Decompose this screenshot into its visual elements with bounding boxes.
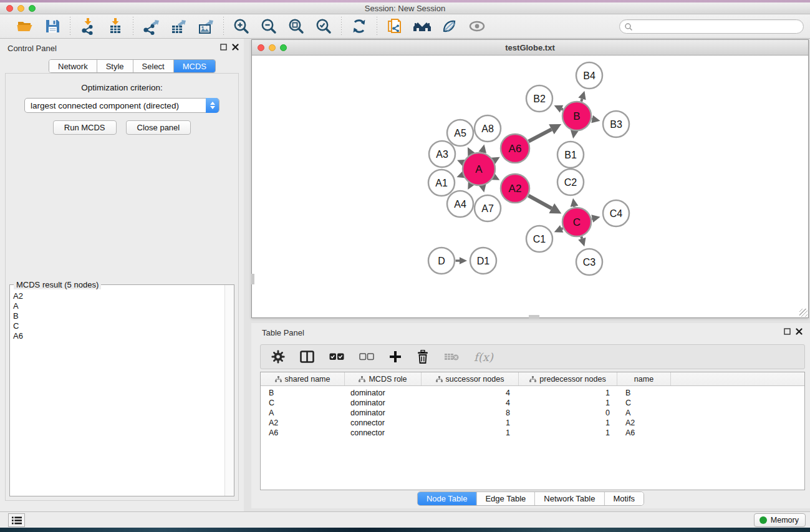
column-header-mcds-role[interactable]: MCDS role bbox=[345, 372, 422, 385]
control-panel-tabs: Network Style Select MCDS bbox=[49, 59, 216, 73]
graph-edge-arrowhead bbox=[591, 115, 600, 123]
list-item[interactable]: A2 bbox=[13, 291, 224, 301]
close-panel-icon[interactable] bbox=[232, 44, 239, 51]
scrollbar[interactable] bbox=[529, 315, 539, 318]
list-item[interactable]: B bbox=[13, 311, 224, 321]
table-row[interactable]: A2 connector 1 1 A2 bbox=[261, 418, 804, 428]
tab-network-table[interactable]: Network Table bbox=[535, 492, 604, 505]
zoom-out-icon[interactable] bbox=[259, 17, 278, 36]
show-log-button[interactable] bbox=[8, 513, 25, 527]
open-folder-icon[interactable] bbox=[16, 17, 34, 36]
graph-edge-arrowhead bbox=[460, 257, 467, 264]
save-icon[interactable] bbox=[43, 17, 62, 36]
graph-edge-C-C3[interactable] bbox=[581, 236, 582, 238]
column-header-successor-nodes[interactable]: successor nodes bbox=[422, 372, 519, 385]
columns-icon[interactable] bbox=[300, 351, 314, 363]
table-row[interactable]: A dominator 8 0 A bbox=[261, 408, 804, 418]
mcds-result-list: A2 A B C A6 bbox=[10, 288, 224, 496]
graph-edge-B-B4[interactable] bbox=[581, 99, 582, 101]
dropdown-stepper-icon bbox=[206, 98, 219, 113]
refresh-icon[interactable] bbox=[350, 17, 369, 36]
graph-node-label-B: B bbox=[573, 110, 580, 122]
zoom-selected-icon[interactable] bbox=[314, 17, 333, 36]
graph-edge-arrowhead bbox=[578, 238, 586, 247]
memory-button[interactable]: Memory bbox=[754, 513, 806, 527]
graph-node-label-A1: A1 bbox=[435, 178, 448, 188]
network-window-title: testGlobe.txt bbox=[252, 43, 808, 52]
search-field[interactable] bbox=[619, 19, 804, 34]
network-canvas[interactable]: AA1A3A4A5A7A8A6A2BB1B2B3B4CC1C2C3C4DD1 bbox=[252, 56, 808, 317]
export-network-icon[interactable] bbox=[142, 17, 160, 36]
column-header-name[interactable]: name bbox=[617, 372, 671, 385]
unselect-all-icon[interactable] bbox=[359, 353, 374, 360]
hide-panel-icon[interactable] bbox=[440, 17, 459, 36]
export-image-icon[interactable] bbox=[196, 17, 215, 36]
mcds-panel: Optimization criterion: largest connecte… bbox=[5, 73, 239, 501]
list-item[interactable]: C bbox=[13, 321, 224, 331]
zoom-in-icon[interactable] bbox=[232, 17, 251, 36]
list-item[interactable]: A6 bbox=[13, 331, 224, 341]
delete-table-icon[interactable] bbox=[444, 352, 459, 361]
control-panel-title: Control Panel bbox=[7, 44, 57, 53]
network-window-titlebar[interactable]: testGlobe.txt bbox=[252, 40, 808, 56]
add-column-icon[interactable] bbox=[389, 351, 402, 363]
tab-edge-table[interactable]: Edge Table bbox=[476, 492, 535, 505]
float-panel-icon[interactable] bbox=[784, 328, 791, 335]
tree-icon bbox=[275, 376, 282, 382]
show-panel-icon[interactable] bbox=[468, 17, 486, 36]
main-toolbar bbox=[0, 14, 810, 39]
tab-style[interactable]: Style bbox=[97, 60, 133, 72]
select-all-icon[interactable] bbox=[329, 353, 344, 360]
import-table-icon[interactable] bbox=[106, 17, 125, 36]
tab-select[interactable]: Select bbox=[133, 60, 174, 72]
delete-icon[interactable] bbox=[417, 350, 429, 364]
graph-edge-A6-B[interactable] bbox=[529, 129, 552, 141]
open-session-icon[interactable] bbox=[385, 17, 404, 36]
export-table-icon[interactable] bbox=[169, 17, 188, 36]
zoom-fit-icon[interactable] bbox=[287, 17, 306, 36]
scrollbar[interactable] bbox=[251, 274, 254, 284]
table-row[interactable]: B dominator 4 1 B bbox=[261, 388, 804, 398]
graph-node-label-B3: B3 bbox=[610, 119, 622, 130]
import-network-icon[interactable] bbox=[79, 17, 97, 36]
function-builder-icon[interactable]: f(x) bbox=[474, 351, 493, 364]
graph-edge-arrowhead bbox=[578, 91, 586, 100]
run-mcds-button[interactable]: Run MCDS bbox=[53, 120, 117, 135]
tree-icon bbox=[359, 376, 365, 382]
close-panel-icon[interactable] bbox=[796, 328, 803, 335]
tab-motifs[interactable]: Motifs bbox=[604, 492, 644, 505]
memory-status-icon bbox=[759, 516, 767, 524]
graph-edge-A2-C[interactable] bbox=[529, 196, 552, 208]
tab-mcds[interactable]: MCDS bbox=[174, 60, 215, 72]
table-panel: Table Panel bbox=[251, 323, 810, 508]
close-panel-button[interactable]: Close panel bbox=[126, 120, 191, 135]
criterion-dropdown[interactable]: largest connected component (directed) bbox=[24, 98, 219, 113]
graph-edge-arrowhead bbox=[571, 198, 579, 207]
network-graph[interactable]: AA1A3A4A5A7A8A6A2BB1B2B3B4CC1C2C3C4DD1 bbox=[252, 56, 808, 317]
home-icon[interactable] bbox=[413, 17, 432, 36]
graph-edge-C-C1[interactable] bbox=[562, 228, 563, 229]
desktop-background bbox=[0, 528, 810, 532]
resize-grip[interactable] bbox=[799, 309, 808, 317]
graph-node-label-A7: A7 bbox=[481, 203, 494, 214]
tab-network[interactable]: Network bbox=[49, 60, 97, 72]
graph-edge-B-B2[interactable] bbox=[562, 109, 563, 110]
gear-icon[interactable] bbox=[271, 350, 285, 364]
scrollbar[interactable] bbox=[224, 285, 234, 496]
app-title: Session: New Session bbox=[0, 4, 810, 13]
graph-node-label-D1: D1 bbox=[477, 256, 490, 266]
mcds-result-box: MCDS result (5 nodes) A2 A B C A6 bbox=[9, 284, 234, 496]
graph-node-label-A4: A4 bbox=[454, 199, 466, 210]
graph-node-label-A8: A8 bbox=[481, 123, 494, 134]
app-titlebar: Session: New Session bbox=[0, 2, 810, 14]
list-item[interactable]: A bbox=[13, 301, 224, 311]
float-panel-icon[interactable] bbox=[220, 44, 227, 51]
tab-node-table[interactable]: Node Table bbox=[418, 492, 477, 505]
table-row[interactable]: A6 connector 1 1 A6 bbox=[261, 428, 804, 438]
column-header-shared-name[interactable]: shared name bbox=[261, 372, 345, 385]
control-panel: Control Panel Network Style Select MCDS … bbox=[0, 39, 244, 511]
search-input[interactable] bbox=[633, 21, 803, 32]
column-header-predecessor-nodes[interactable]: predecessor nodes bbox=[519, 372, 617, 385]
table-row[interactable]: C dominator 4 1 C bbox=[261, 398, 804, 408]
table-header-row: shared name MCDS role successor nodes bbox=[261, 372, 804, 386]
